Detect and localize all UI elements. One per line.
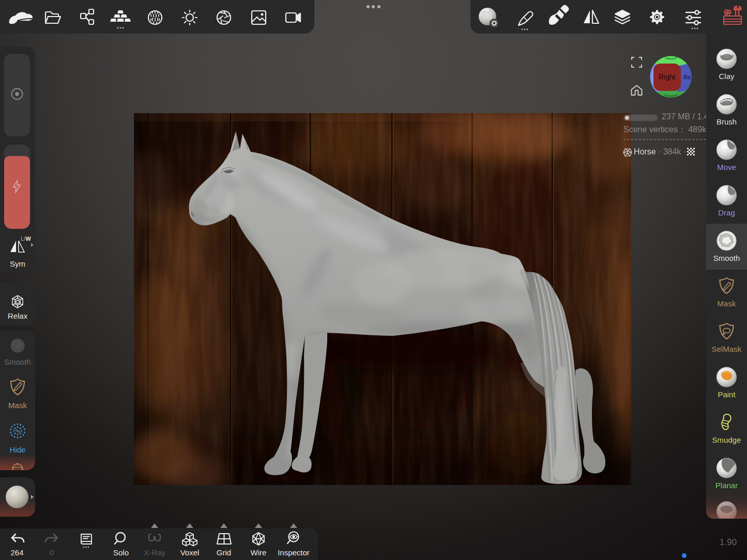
svg-text:Voxel: Voxel xyxy=(180,548,200,557)
svg-text:Grid: Grid xyxy=(217,548,231,557)
svg-text:Clay: Clay xyxy=(719,72,735,81)
svg-text:Smudge: Smudge xyxy=(712,435,741,444)
svg-text:Wire: Wire xyxy=(251,548,267,557)
svg-text:SelMask: SelMask xyxy=(712,345,742,353)
svg-text:Planar: Planar xyxy=(715,481,738,490)
svg-text:X-Ray: X-Ray xyxy=(144,548,165,557)
svg-text:Inspector: Inspector xyxy=(278,548,310,557)
svg-text:Paint: Paint xyxy=(718,390,736,399)
svg-text:Ba: Ba xyxy=(683,74,691,80)
svg-text:Move: Move xyxy=(717,163,736,172)
svg-text:Mask: Mask xyxy=(718,299,736,308)
svg-text:264: 264 xyxy=(10,548,23,557)
svg-text:Solo: Solo xyxy=(113,548,129,557)
svg-text:Smooth: Smooth xyxy=(713,254,740,262)
svg-text:Drag: Drag xyxy=(718,208,735,217)
svg-text:Right: Right xyxy=(659,73,676,81)
svg-text:Brush: Brush xyxy=(716,117,737,126)
svg-text:0: 0 xyxy=(50,548,54,557)
